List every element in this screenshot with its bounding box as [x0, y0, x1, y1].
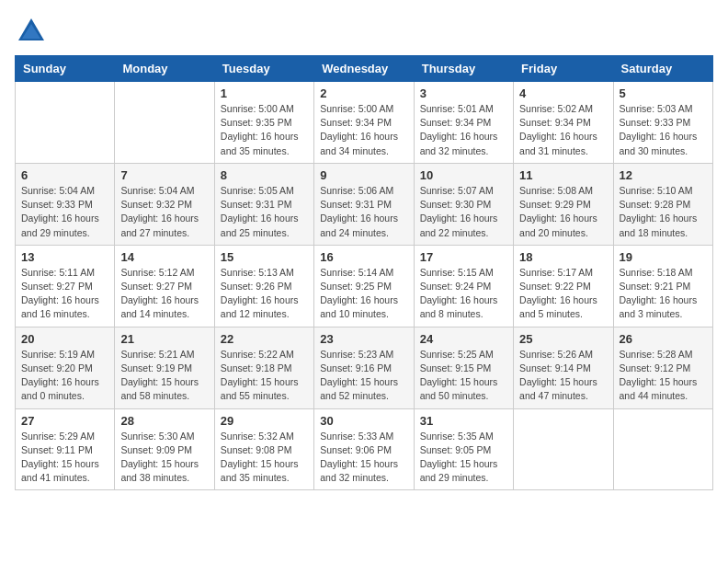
calendar-cell: [16, 82, 115, 164]
day-info: Sunrise: 5:12 AM Sunset: 9:27 PM Dayligh…: [120, 266, 208, 322]
calendar-cell: 3Sunrise: 5:01 AM Sunset: 9:34 PM Daylig…: [414, 82, 513, 164]
day-number: 25: [519, 332, 607, 346]
day-number: 18: [519, 250, 607, 264]
day-info: Sunrise: 5:07 AM Sunset: 9:30 PM Dayligh…: [420, 184, 507, 240]
day-number: 15: [221, 250, 308, 264]
day-info: Sunrise: 5:03 AM Sunset: 9:33 PM Dayligh…: [620, 102, 707, 158]
day-number: 4: [519, 86, 607, 100]
day-info: Sunrise: 5:15 AM Sunset: 9:24 PM Dayligh…: [420, 266, 507, 322]
day-number: 9: [320, 168, 407, 182]
day-number: 12: [620, 168, 707, 182]
day-info: Sunrise: 5:21 AM Sunset: 9:19 PM Dayligh…: [120, 348, 208, 404]
day-number: 30: [320, 414, 407, 428]
day-number: 1: [221, 86, 308, 100]
calendar-cell: 27Sunrise: 5:29 AM Sunset: 9:11 PM Dayli…: [16, 408, 115, 490]
calendar-week-row: 6Sunrise: 5:04 AM Sunset: 9:33 PM Daylig…: [16, 163, 713, 245]
calendar-cell: 1Sunrise: 5:00 AM Sunset: 9:35 PM Daylig…: [214, 82, 313, 164]
calendar-week-row: 1Sunrise: 5:00 AM Sunset: 9:35 PM Daylig…: [16, 82, 713, 164]
day-info: Sunrise: 5:04 AM Sunset: 9:33 PM Dayligh…: [21, 184, 108, 240]
calendar-cell: 13Sunrise: 5:11 AM Sunset: 9:27 PM Dayli…: [16, 245, 115, 327]
day-info: Sunrise: 5:05 AM Sunset: 9:31 PM Dayligh…: [221, 184, 308, 240]
calendar-cell: 11Sunrise: 5:08 AM Sunset: 9:29 PM Dayli…: [514, 163, 613, 245]
day-info: Sunrise: 5:32 AM Sunset: 9:08 PM Dayligh…: [221, 430, 308, 486]
day-number: 14: [120, 250, 208, 264]
calendar-cell: 8Sunrise: 5:05 AM Sunset: 9:31 PM Daylig…: [214, 163, 313, 245]
day-number: 21: [120, 332, 208, 346]
header-row: SundayMondayTuesdayWednesdayThursdayFrid…: [16, 56, 713, 82]
day-of-week-header: Thursday: [414, 56, 513, 82]
day-number: 13: [21, 250, 108, 264]
day-info: Sunrise: 5:08 AM Sunset: 9:29 PM Dayligh…: [519, 184, 607, 240]
day-info: Sunrise: 5:14 AM Sunset: 9:25 PM Dayligh…: [320, 266, 407, 322]
calendar-cell: 23Sunrise: 5:23 AM Sunset: 9:16 PM Dayli…: [314, 327, 414, 408]
calendar-cell: 2Sunrise: 5:00 AM Sunset: 9:34 PM Daylig…: [314, 82, 414, 164]
calendar-cell: 19Sunrise: 5:18 AM Sunset: 9:21 PM Dayli…: [613, 245, 712, 327]
calendar-cell: 10Sunrise: 5:07 AM Sunset: 9:30 PM Dayli…: [414, 163, 513, 245]
day-number: 16: [320, 250, 407, 264]
day-info: Sunrise: 5:13 AM Sunset: 9:26 PM Dayligh…: [221, 266, 308, 322]
day-number: 23: [320, 332, 407, 346]
calendar-cell: 5Sunrise: 5:03 AM Sunset: 9:33 PM Daylig…: [613, 82, 712, 164]
day-info: Sunrise: 5:18 AM Sunset: 9:21 PM Dayligh…: [620, 266, 707, 322]
calendar-week-row: 13Sunrise: 5:11 AM Sunset: 9:27 PM Dayli…: [16, 245, 713, 327]
day-number: 28: [120, 414, 208, 428]
day-of-week-header: Saturday: [613, 56, 712, 82]
calendar-cell: 14Sunrise: 5:12 AM Sunset: 9:27 PM Dayli…: [115, 245, 214, 327]
calendar-header: SundayMondayTuesdayWednesdayThursdayFrid…: [16, 56, 713, 82]
calendar-week-row: 27Sunrise: 5:29 AM Sunset: 9:11 PM Dayli…: [16, 408, 713, 490]
calendar-cell: 29Sunrise: 5:32 AM Sunset: 9:08 PM Dayli…: [214, 408, 313, 490]
day-number: 11: [519, 168, 607, 182]
page-header: [15, 15, 713, 48]
calendar-cell: [613, 408, 712, 490]
calendar-cell: 31Sunrise: 5:35 AM Sunset: 9:05 PM Dayli…: [414, 408, 513, 490]
day-info: Sunrise: 5:02 AM Sunset: 9:34 PM Dayligh…: [519, 102, 607, 158]
day-info: Sunrise: 5:35 AM Sunset: 9:05 PM Dayligh…: [420, 430, 507, 486]
calendar-table: SundayMondayTuesdayWednesdayThursdayFrid…: [15, 55, 713, 490]
day-number: 26: [620, 332, 707, 346]
day-number: 20: [21, 332, 108, 346]
logo: [15, 15, 51, 48]
calendar-cell: 26Sunrise: 5:28 AM Sunset: 9:12 PM Dayli…: [613, 327, 712, 408]
day-number: 27: [21, 414, 108, 428]
calendar-cell: 15Sunrise: 5:13 AM Sunset: 9:26 PM Dayli…: [214, 245, 313, 327]
day-of-week-header: Tuesday: [214, 56, 313, 82]
calendar-cell: 22Sunrise: 5:22 AM Sunset: 9:18 PM Dayli…: [214, 327, 313, 408]
day-info: Sunrise: 5:26 AM Sunset: 9:14 PM Dayligh…: [519, 348, 607, 404]
day-info: Sunrise: 5:00 AM Sunset: 9:34 PM Dayligh…: [320, 102, 407, 158]
calendar-cell: 30Sunrise: 5:33 AM Sunset: 9:06 PM Dayli…: [314, 408, 414, 490]
day-number: 17: [420, 250, 507, 264]
calendar-cell: 18Sunrise: 5:17 AM Sunset: 9:22 PM Dayli…: [514, 245, 613, 327]
day-info: Sunrise: 5:29 AM Sunset: 9:11 PM Dayligh…: [21, 430, 108, 486]
day-of-week-header: Wednesday: [314, 56, 414, 82]
calendar-cell: 16Sunrise: 5:14 AM Sunset: 9:25 PM Dayli…: [314, 245, 414, 327]
calendar-cell: 24Sunrise: 5:25 AM Sunset: 9:15 PM Dayli…: [414, 327, 513, 408]
day-info: Sunrise: 5:10 AM Sunset: 9:28 PM Dayligh…: [620, 184, 707, 240]
calendar-cell: 6Sunrise: 5:04 AM Sunset: 9:33 PM Daylig…: [16, 163, 115, 245]
day-number: 2: [320, 86, 407, 100]
calendar-cell: 25Sunrise: 5:26 AM Sunset: 9:14 PM Dayli…: [514, 327, 613, 408]
day-info: Sunrise: 5:30 AM Sunset: 9:09 PM Dayligh…: [120, 430, 208, 486]
calendar-cell: 20Sunrise: 5:19 AM Sunset: 9:20 PM Dayli…: [16, 327, 115, 408]
day-info: Sunrise: 5:17 AM Sunset: 9:22 PM Dayligh…: [519, 266, 607, 322]
day-info: Sunrise: 5:25 AM Sunset: 9:15 PM Dayligh…: [420, 348, 507, 404]
day-number: 10: [420, 168, 507, 182]
calendar-week-row: 20Sunrise: 5:19 AM Sunset: 9:20 PM Dayli…: [16, 327, 713, 408]
day-number: 29: [221, 414, 308, 428]
calendar-cell: [514, 408, 613, 490]
calendar-cell: 12Sunrise: 5:10 AM Sunset: 9:28 PM Dayli…: [613, 163, 712, 245]
day-info: Sunrise: 5:11 AM Sunset: 9:27 PM Dayligh…: [21, 266, 108, 322]
day-number: 6: [21, 168, 108, 182]
day-info: Sunrise: 5:23 AM Sunset: 9:16 PM Dayligh…: [320, 348, 407, 404]
day-info: Sunrise: 5:06 AM Sunset: 9:31 PM Dayligh…: [320, 184, 407, 240]
calendar-cell: 9Sunrise: 5:06 AM Sunset: 9:31 PM Daylig…: [314, 163, 414, 245]
calendar-cell: 21Sunrise: 5:21 AM Sunset: 9:19 PM Dayli…: [115, 327, 214, 408]
day-info: Sunrise: 5:28 AM Sunset: 9:12 PM Dayligh…: [620, 348, 707, 404]
day-number: 3: [420, 86, 507, 100]
calendar-cell: [115, 82, 214, 164]
day-of-week-header: Sunday: [16, 56, 115, 82]
day-number: 31: [420, 414, 507, 428]
calendar-cell: 28Sunrise: 5:30 AM Sunset: 9:09 PM Dayli…: [115, 408, 214, 490]
logo-icon: [15, 15, 48, 48]
day-info: Sunrise: 5:33 AM Sunset: 9:06 PM Dayligh…: [320, 430, 407, 486]
day-number: 24: [420, 332, 507, 346]
